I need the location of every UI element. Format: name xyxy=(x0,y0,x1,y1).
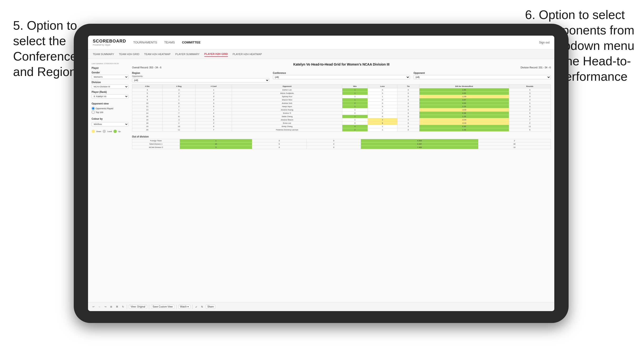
toolbar-save-custom[interactable]: Save Custom View xyxy=(151,305,174,309)
legend-level-dot xyxy=(102,130,106,133)
td-rounds: 11 xyxy=(509,125,550,128)
nav-teams[interactable]: TEAMS xyxy=(164,40,175,45)
opponent-filter: Opponent (All) xyxy=(414,72,551,79)
td-win: 1 xyxy=(342,95,368,98)
td-rounds: 7 xyxy=(509,118,550,122)
td-conf: 5 xyxy=(195,105,232,108)
legend-down-dot xyxy=(92,130,95,133)
toolbar-grid[interactable]: ⊞ xyxy=(109,305,113,309)
legend-up-text: Up xyxy=(118,130,120,133)
td-div: 10 xyxy=(132,102,162,105)
td-reg: 7 xyxy=(162,112,195,115)
gender-label: Gender xyxy=(92,71,128,74)
toolbar-download[interactable]: ↙ xyxy=(194,305,198,309)
td-rounds: 3 xyxy=(509,95,550,98)
td-diff: 0.38 xyxy=(419,112,509,115)
td-loss: 0 xyxy=(368,115,397,118)
td-name: Sydney Kuo xyxy=(232,95,342,98)
toolbar-back[interactable]: ← xyxy=(97,305,102,309)
td-win: 2 xyxy=(342,112,368,115)
td-loss: 1 xyxy=(368,128,397,132)
toolbar-redo[interactable]: ↪ xyxy=(104,305,107,309)
colour-by-select[interactable]: Win/loss xyxy=(92,122,128,126)
opponent-select[interactable]: (All) xyxy=(414,75,551,79)
sub-nav-team-h2h-heatmap[interactable]: TEAM H2H HEATMAP xyxy=(144,52,170,56)
sign-out-link[interactable]: Sign out xyxy=(539,41,550,44)
td-rounds: 6 xyxy=(509,128,550,132)
toolbar-share[interactable]: Share xyxy=(206,305,216,309)
td-diff: 0.30 xyxy=(419,125,509,128)
td-reg: 3 xyxy=(162,118,195,122)
radio-top100[interactable]: Top 100 xyxy=(92,111,128,114)
td-out-tie: 0 xyxy=(306,143,361,146)
sub-nav-team-h2h-grid[interactable]: TEAM H2H GRID xyxy=(119,52,140,56)
conference-select[interactable]: (All) xyxy=(273,75,410,79)
td-out-rounds: 10 xyxy=(478,146,550,149)
toolbar-sep-2 xyxy=(149,305,149,309)
td-reg: 2 xyxy=(162,105,195,108)
td-reg: 1 xyxy=(162,108,195,112)
td-tie: 0 xyxy=(397,112,419,115)
th-div: # Div xyxy=(132,85,162,88)
td-win: 1 xyxy=(342,105,368,108)
division-select[interactable]: NCAA Division III xyxy=(92,85,128,89)
td-win: 2 xyxy=(342,128,368,132)
td-div: 9 xyxy=(132,98,162,102)
opponent-view-radios: Opponents Played Top 100 xyxy=(92,107,128,114)
td-name: Stella Cheng xyxy=(232,115,342,118)
sub-nav-player-summary[interactable]: PLAYER SUMMARY xyxy=(175,52,200,56)
td-conf: 3 xyxy=(195,95,232,98)
toolbar-copy[interactable]: ⌘ xyxy=(115,305,119,309)
toolbar-undo[interactable]: ↩ xyxy=(92,305,96,309)
td-rounds: 2 xyxy=(509,122,550,125)
nav-committee[interactable]: COMMITTEE xyxy=(182,40,200,45)
out-div-row: NCAA Division 2 5 0 0 7.400 10 xyxy=(132,146,551,149)
td-out-diff: 4.500 xyxy=(361,139,478,143)
toolbar-watch[interactable]: Watch ▾ xyxy=(178,305,190,309)
gender-select[interactable]: Women's xyxy=(92,75,128,79)
tablet: SCOREBOARD Powered by clippd TOURNAMENTS… xyxy=(74,24,568,323)
td-tie: 0 xyxy=(397,108,419,112)
gender-section: Gender Women's xyxy=(92,71,128,79)
td-win: 4 xyxy=(342,125,368,128)
th-conf: # Conf xyxy=(195,85,232,88)
toolbar-view-original[interactable]: View: Original xyxy=(129,305,147,309)
player-section: Player xyxy=(92,67,128,69)
td-win: 1 xyxy=(342,118,368,122)
td-name: Andrea York xyxy=(232,102,342,105)
region-label: Region xyxy=(132,72,269,74)
td-conf: 2 xyxy=(195,122,232,125)
out-div-label: Out of division xyxy=(132,135,551,138)
td-loss: 1 xyxy=(368,108,397,112)
division-record: Division Record: 331 - 34 - 6 xyxy=(520,66,551,69)
table-row: 11 2 5 Heejo Hyun 1 0 0 3.33 3 xyxy=(132,105,551,108)
nav-tournaments[interactable]: TOURNAMENTS xyxy=(133,40,157,45)
sub-nav-player-h2h-grid[interactable]: PLAYER H2H GRID xyxy=(204,51,228,57)
region-select[interactable]: (All) xyxy=(132,78,269,82)
sub-nav-player-h2h-heatmap[interactable]: PLAYER H2H HEATMAP xyxy=(233,52,262,56)
td-out-loss: 0 xyxy=(252,139,307,143)
sub-nav-team-summary[interactable]: TEAM SUMMARY xyxy=(93,52,114,56)
toolbar-refresh[interactable]: ↻ xyxy=(121,305,125,309)
conference-filter: Conference (All) xyxy=(273,72,410,79)
logo-area: SCOREBOARD Powered by clippd xyxy=(93,39,126,46)
table-row: 3 3 1 Esther Lee 1 0 0 1.50 4 xyxy=(132,88,551,92)
td-out-name: NAIA Division 1 xyxy=(132,143,180,146)
td-diff: 3.67 xyxy=(419,98,509,102)
td-rounds: 3 xyxy=(509,92,550,95)
toolbar-sort[interactable]: ⇅ xyxy=(200,305,204,309)
td-loss: 1 xyxy=(368,95,397,98)
td-name: Federica Domecq Lacroze xyxy=(232,128,342,132)
table-row: 16 3 6 Jessica Mason 1 2 0 -0.94 7 xyxy=(132,118,551,122)
player-rank-select[interactable]: 8. Katelyn Vo xyxy=(92,94,128,99)
td-loss: 0 xyxy=(368,88,397,92)
legend-level-text: Level xyxy=(107,130,112,133)
last-updated-text: Last Updated: 27/03/2024 09:54 xyxy=(92,62,128,65)
opponent-label: Opponent xyxy=(414,72,551,74)
td-conf: 5 xyxy=(195,115,232,118)
title-area: Katelyn Vo Head-to-Head Grid for Women's… xyxy=(132,62,551,69)
td-out-name: Foreign Team xyxy=(132,139,180,143)
td-rounds: 9 xyxy=(509,112,550,115)
radio-opponents-played[interactable]: Opponents Played xyxy=(92,107,128,110)
td-div: 11 xyxy=(132,105,162,108)
